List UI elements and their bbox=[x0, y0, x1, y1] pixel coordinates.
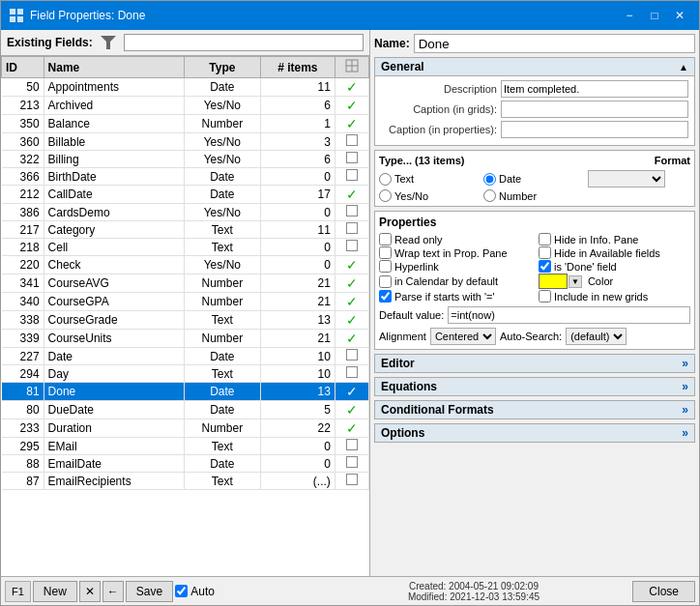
date-radio[interactable] bbox=[483, 173, 496, 186]
cell-items: (...) bbox=[260, 473, 335, 490]
alignment-select[interactable]: Centered Left Right bbox=[430, 328, 496, 345]
yesno-radio[interactable] bbox=[379, 189, 392, 202]
in-calendar-checkbox[interactable] bbox=[379, 275, 392, 288]
table-row[interactable]: 322BillingYes/No6 bbox=[2, 151, 369, 168]
autosearch-label: Auto-Search: bbox=[500, 331, 562, 342]
text-radio[interactable] bbox=[379, 173, 392, 186]
table-row[interactable]: 340CourseGPANumber21✓ bbox=[2, 293, 369, 311]
table-row[interactable]: 80DueDateDate5✓ bbox=[2, 401, 369, 419]
cell-check: ✓ bbox=[335, 330, 368, 348]
f1-button[interactable]: F1 bbox=[5, 581, 31, 602]
cell-id: 81 bbox=[2, 383, 44, 401]
check-green-icon: ✓ bbox=[346, 275, 358, 291]
hide-info-checkbox[interactable] bbox=[539, 233, 551, 245]
number-radio[interactable] bbox=[483, 189, 496, 202]
table-row[interactable]: 341CourseAVGNumber21✓ bbox=[2, 274, 369, 293]
table-row[interactable]: 350BalanceNumber1✓ bbox=[2, 115, 369, 133]
properties-section: Properties Read only Hide in Info. Pane … bbox=[374, 211, 695, 350]
table-row[interactable]: 213ArchivedYes/No6✓ bbox=[2, 97, 369, 115]
cell-name: CourseGrade bbox=[44, 311, 184, 330]
table-row[interactable]: 339CourseUnitsNumber21✓ bbox=[2, 330, 369, 348]
cell-items: 10 bbox=[260, 348, 335, 365]
date-radio-label: Date bbox=[499, 173, 521, 185]
cell-id: 213 bbox=[2, 97, 44, 115]
close-title-button[interactable]: ✕ bbox=[668, 6, 691, 25]
include-grids-checkbox[interactable] bbox=[539, 290, 551, 303]
col-status[interactable] bbox=[335, 57, 368, 78]
filter-icon[interactable] bbox=[99, 35, 118, 50]
fields-table-container[interactable]: ID Name Type # items bbox=[1, 56, 369, 576]
general-header[interactable]: General ▲ bbox=[375, 58, 694, 76]
cell-name: EMail bbox=[44, 438, 184, 455]
table-row[interactable]: 217CategoryText11 bbox=[2, 221, 369, 239]
options-header[interactable]: Options » bbox=[375, 424, 694, 442]
maximize-button[interactable]: □ bbox=[643, 6, 666, 25]
cell-id: 295 bbox=[2, 438, 44, 455]
caption-props-input[interactable] bbox=[501, 121, 688, 138]
cell-id: 233 bbox=[2, 419, 44, 438]
cell-check: ✓ bbox=[335, 401, 368, 419]
caption-grids-input[interactable] bbox=[501, 101, 688, 118]
table-row[interactable]: 227DateDate10 bbox=[2, 348, 369, 365]
autosearch-select[interactable]: (default) bbox=[566, 328, 627, 345]
table-row[interactable]: 218CellText0 bbox=[2, 239, 369, 256]
name-input[interactable] bbox=[414, 34, 695, 53]
table-row[interactable]: 220CheckYes/No0✓ bbox=[2, 256, 369, 274]
check-green-icon: ✓ bbox=[346, 312, 358, 328]
conditional-formats-section: Conditional Formats » bbox=[374, 400, 695, 419]
minimize-button[interactable]: − bbox=[618, 6, 641, 25]
hyperlink-checkbox[interactable] bbox=[379, 260, 392, 273]
is-done-checkbox[interactable] bbox=[539, 260, 551, 273]
wrap-text-checkbox[interactable] bbox=[379, 246, 392, 259]
table-row[interactable]: 212CallDateDate17✓ bbox=[2, 186, 369, 204]
options-title: Options bbox=[381, 426, 424, 440]
table-row[interactable]: 386CardsDemoYes/No0 bbox=[2, 204, 369, 221]
cell-id: 87 bbox=[2, 473, 44, 490]
table-row[interactable]: 294DayText10 bbox=[2, 365, 369, 383]
table-row[interactable]: 81DoneDate13✓ bbox=[2, 383, 369, 401]
col-type[interactable]: Type bbox=[184, 57, 260, 78]
back-button[interactable]: ← bbox=[102, 581, 124, 602]
right-panel: Name: General ▲ Description Caption (in … bbox=[370, 30, 699, 576]
new-button[interactable]: New bbox=[33, 581, 77, 602]
close-button[interactable]: Close bbox=[632, 581, 695, 602]
cell-items: 0 bbox=[260, 455, 335, 473]
description-input[interactable] bbox=[501, 80, 688, 98]
color-arrow[interactable]: ▼ bbox=[569, 275, 582, 288]
new-button-label: New bbox=[44, 585, 67, 598]
table-row[interactable]: 366BirthDateDate0 bbox=[2, 168, 369, 186]
table-row[interactable]: 50AppointmentsDate11✓ bbox=[2, 78, 369, 97]
conditional-formats-header[interactable]: Conditional Formats » bbox=[375, 401, 694, 418]
equations-header[interactable]: Equations » bbox=[375, 378, 694, 395]
table-row[interactable]: 233DurationNumber22✓ bbox=[2, 419, 369, 438]
yesno-radio-row: Yes/No bbox=[379, 189, 481, 202]
table-row[interactable]: 87EmailRecipientsText(...) bbox=[2, 473, 369, 490]
title-bar: Field Properties: Done − □ ✕ bbox=[1, 1, 699, 30]
cell-id: 294 bbox=[2, 365, 44, 383]
col-name[interactable]: Name bbox=[44, 57, 184, 78]
format-select[interactable] bbox=[588, 170, 665, 188]
table-row[interactable]: 338CourseGradeText13✓ bbox=[2, 311, 369, 330]
type-header: Type... (13 items) Format bbox=[379, 155, 690, 166]
cell-type: Yes/No bbox=[184, 151, 260, 168]
wrap-text-row: Wrap text in Prop. Pane bbox=[379, 246, 531, 259]
color-box[interactable] bbox=[539, 274, 568, 289]
table-row[interactable]: 295EMailText0 bbox=[2, 438, 369, 455]
col-items[interactable]: # items bbox=[260, 57, 335, 78]
delete-button[interactable]: ✕ bbox=[79, 581, 101, 602]
table-row[interactable]: 360BillableYes/No3 bbox=[2, 133, 369, 151]
editor-header[interactable]: Editor » bbox=[375, 355, 694, 372]
filter-input[interactable] bbox=[124, 34, 364, 51]
col-id[interactable]: ID bbox=[2, 57, 44, 78]
table-row[interactable]: 88EmailDateDate0 bbox=[2, 455, 369, 473]
readonly-checkbox[interactable] bbox=[379, 233, 392, 245]
cell-name: Billable bbox=[44, 133, 184, 151]
fields-tbody: 50AppointmentsDate11✓213ArchivedYes/No6✓… bbox=[2, 78, 369, 490]
readonly-label: Read only bbox=[394, 234, 443, 245]
color-dropdown: ▼ bbox=[539, 274, 582, 289]
save-button[interactable]: Save bbox=[126, 581, 173, 602]
default-input[interactable] bbox=[448, 306, 690, 324]
hide-available-checkbox[interactable] bbox=[539, 246, 551, 259]
auto-checkbox[interactable] bbox=[175, 585, 188, 597]
parse-checkbox[interactable] bbox=[379, 290, 392, 303]
